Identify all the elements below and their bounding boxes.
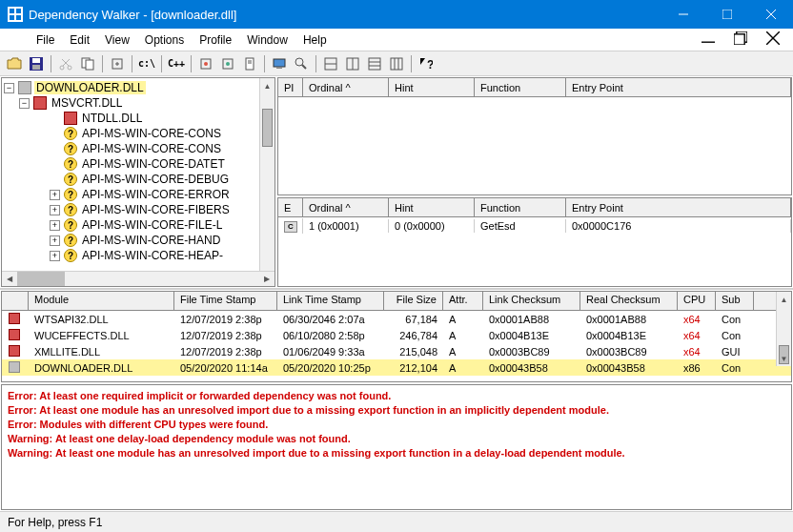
menu-edit[interactable]: Edit: [62, 33, 97, 47]
col-hint[interactable]: Hint: [389, 198, 475, 216]
tree-item[interactable]: ?API-MS-WIN-CORE-CONS: [4, 141, 273, 156]
tree-item[interactable]: +?API-MS-WIN-CORE-HAND: [4, 233, 273, 248]
system-info-button[interactable]: [269, 53, 290, 74]
maximize-button[interactable]: [705, 0, 749, 29]
horizontal-scrollbar[interactable]: ◀▶: [2, 271, 274, 286]
col-hint[interactable]: Hint: [389, 78, 475, 96]
cell: x86: [678, 362, 716, 374]
col-subsystem[interactable]: Sub: [716, 292, 754, 310]
module-row[interactable]: XMLLITE.DLL12/07/2019 2:38p01/06/2049 9:…: [2, 343, 791, 359]
menu-view[interactable]: View: [97, 33, 137, 47]
tree-item[interactable]: NTDLL.DLL: [4, 111, 273, 126]
collapse-icon[interactable]: −: [4, 83, 14, 93]
col-realchecksum[interactable]: Real Checksum: [580, 292, 678, 310]
menu-profile[interactable]: Profile: [192, 33, 239, 47]
layout-button-4[interactable]: [386, 53, 407, 74]
col-module[interactable]: Module: [29, 292, 174, 310]
close-button[interactable]: [749, 0, 793, 29]
col-linkchecksum[interactable]: Link Checksum: [483, 292, 580, 310]
mdi-restore-button[interactable]: [726, 31, 755, 48]
col-e[interactable]: E: [278, 198, 303, 216]
module-icon: ?: [64, 234, 77, 247]
exports-grid[interactable]: E Ordinal ^ Hint Function Entry Point C …: [277, 197, 792, 287]
tree-item[interactable]: +?API-MS-WIN-CORE-HEAP-: [4, 248, 273, 263]
save-button[interactable]: [26, 53, 47, 74]
module-row[interactable]: WTSAPI32.DLL12/07/2019 2:38p06/30/2046 2…: [2, 311, 791, 327]
tree-item[interactable]: ?API-MS-WIN-CORE-CONS: [4, 126, 273, 141]
log-pane[interactable]: Error: At least one required implicit or…: [1, 384, 792, 510]
tree-item[interactable]: +?API-MS-WIN-CORE-FILE-L: [4, 217, 273, 233]
minimize-button[interactable]: [661, 0, 705, 29]
module-icon: ?: [64, 127, 77, 140]
tree-root[interactable]: − DOWNLOADER.DLL: [4, 80, 273, 95]
module-tree-pane[interactable]: − DOWNLOADER.DLL − MSVCRT.DLL NTDLL.DLL?…: [1, 77, 275, 287]
expand-icon[interactable]: +: [50, 220, 60, 231]
grid-header[interactable]: E Ordinal ^ Hint Function Entry Point: [278, 198, 791, 217]
imports-grid[interactable]: PI Ordinal ^ Hint Function Entry Point: [277, 77, 792, 195]
mdi-minimize-button[interactable]: [694, 31, 722, 48]
col-ordinal[interactable]: Ordinal ^: [303, 198, 389, 216]
cell: GUI: [716, 346, 754, 358]
tree-label: API-MS-WIN-CORE-DATET: [80, 157, 227, 171]
tree-item[interactable]: − MSVCRT.DLL: [4, 95, 273, 111]
col-filesize[interactable]: File Size: [384, 292, 443, 310]
tree-item[interactable]: ?API-MS-WIN-CORE-DATET: [4, 156, 273, 172]
col-cpu[interactable]: CPU: [678, 292, 716, 310]
tree-item[interactable]: ?API-MS-WIN-CORE-DEBUG: [4, 172, 273, 187]
tree-label: MSVCRT.DLL: [50, 96, 124, 110]
col-attr[interactable]: Attr.: [443, 292, 483, 310]
layout-button-1[interactable]: [320, 53, 341, 74]
tree-item[interactable]: +?API-MS-WIN-CORE-FIBERS: [4, 202, 273, 217]
col-function[interactable]: Function: [475, 198, 566, 216]
expand-icon[interactable]: +: [50, 235, 60, 246]
menu-options[interactable]: Options: [137, 33, 192, 47]
module-row[interactable]: DOWNLOADER.DLL05/20/2020 11:14a05/20/202…: [2, 359, 791, 376]
module-list-pane[interactable]: Module File Time Stamp Link Time Stamp F…: [1, 291, 792, 382]
expand-icon[interactable]: +: [50, 190, 60, 200]
svg-rect-45: [369, 58, 380, 70]
view-button-2[interactable]: [217, 53, 238, 74]
full-paths-button[interactable]: c:\: [136, 53, 157, 74]
collapse-icon[interactable]: −: [19, 98, 30, 109]
mdi-close-button[interactable]: [759, 31, 787, 48]
cell: 0x0001AB88: [483, 314, 580, 325]
undecorate-button[interactable]: C++: [166, 53, 187, 74]
col-ordinal[interactable]: Ordinal ^: [303, 78, 389, 96]
col-entrypoint[interactable]: Entry Point: [566, 198, 791, 216]
col-pi[interactable]: PI: [278, 78, 303, 96]
copy-button[interactable]: [77, 53, 98, 74]
menu-file[interactable]: File: [29, 33, 62, 47]
cell: 0x0003BC89: [483, 346, 580, 358]
layout-button-3[interactable]: [364, 53, 385, 74]
svg-point-21: [60, 66, 64, 70]
export-row[interactable]: C 1 (0x0001) 0 (0x0000) GetEsd 0x0000C17…: [278, 217, 791, 235]
auto-expand-button[interactable]: [107, 53, 128, 74]
expand-icon[interactable]: +: [50, 205, 60, 215]
cell: A: [443, 314, 483, 325]
expand-icon[interactable]: +: [50, 251, 60, 261]
menu-help[interactable]: Help: [295, 33, 335, 47]
list-header[interactable]: Module File Time Stamp Link Time Stamp F…: [2, 292, 791, 311]
grid-header[interactable]: PI Ordinal ^ Hint Function Entry Point: [278, 78, 791, 97]
svg-point-31: [204, 62, 208, 66]
module-icon: ?: [64, 173, 77, 186]
svg-rect-6: [722, 10, 732, 19]
cut-button[interactable]: [55, 53, 76, 74]
cell: 246,784: [384, 330, 443, 341]
menu-window[interactable]: Window: [239, 33, 295, 47]
vertical-scrollbar[interactable]: ▲: [259, 78, 274, 271]
configure-search-button[interactable]: [291, 53, 312, 74]
module-row[interactable]: WUCEFFECTS.DLL12/07/2019 2:38p06/10/2080…: [2, 327, 791, 343]
layout-button-2[interactable]: [342, 53, 363, 74]
properties-button[interactable]: [239, 53, 260, 74]
view-button-1[interactable]: [195, 53, 216, 74]
module-icon: ?: [64, 218, 77, 232]
col-entrypoint[interactable]: Entry Point: [566, 78, 791, 96]
tree-item[interactable]: +?API-MS-WIN-CORE-ERROR: [4, 187, 273, 202]
col-function[interactable]: Function: [475, 78, 566, 96]
vertical-scrollbar[interactable]: ▲▼: [776, 292, 791, 366]
col-filetime[interactable]: File Time Stamp: [174, 292, 277, 310]
open-button[interactable]: [4, 53, 25, 74]
col-linktime[interactable]: Link Time Stamp: [277, 292, 384, 310]
context-help-button[interactable]: ?: [416, 53, 437, 74]
